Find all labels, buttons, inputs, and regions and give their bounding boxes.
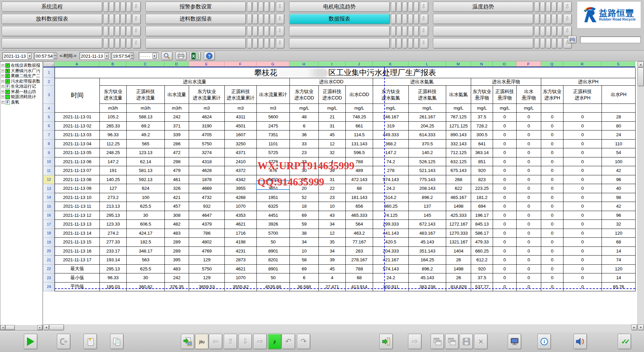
data-cell[interactable]: 0 [563,238,602,247]
data-cell[interactable]: 932 [189,202,225,211]
nav-segment[interactable] [247,26,252,36]
import-data-button[interactable] [379,334,393,349]
data-cell[interactable]: 1878 [189,175,225,184]
tree-item[interactable]: +能源消耗统计 [1,94,42,100]
data-cell[interactable]: 4535.88 [257,282,290,291]
data-cell[interactable]: 127 [100,184,127,193]
data-cell[interactable]: 425.333 [446,211,471,220]
data-cell[interactable]: 42 [602,202,636,211]
row-header-14[interactable]: 14 [43,193,55,202]
data-cell[interactable]: 0 [541,256,563,265]
data-cell[interactable]: 395 [165,256,189,265]
data-cell[interactable]: 641 [471,139,493,148]
data-cell[interactable]: 204.25 [409,121,446,130]
data-cell[interactable]: 351.143 [409,246,446,256]
nav-button-r1c2[interactable]: 报警参数设置 [146,2,246,12]
data-cell[interactable]: 0 [517,139,541,148]
top-right-input[interactable] [580,36,641,43]
data-cell[interactable]: 483 [165,264,189,273]
data-cell[interactable]: 0 [541,211,563,220]
row-header-18[interactable]: 18 [43,229,55,238]
nav-segment[interactable] [540,2,545,12]
export-excel-button[interactable]: X [190,52,201,60]
scroll-right-icon[interactable]: ► [37,325,42,330]
data-cell[interactable]: 145 [409,211,446,220]
data-cell[interactable]: 483.167 [409,229,446,238]
sound-button[interactable] [574,334,587,349]
data-cell[interactable]: 0 [517,282,541,291]
data-cell[interactable]: 748.25 [346,113,373,122]
run-button[interactable] [24,334,37,349]
data-cell[interactable]: 69 [290,264,319,273]
data-cell[interactable]: 4379 [189,220,225,229]
nav-segment[interactable] [546,14,551,24]
data-cell[interactable]: 45.143 [409,273,446,283]
data-cell[interactable]: 465.167 [446,193,471,202]
nav-down-arrow-button[interactable]: ⇩ [420,26,428,36]
data-cell[interactable]: 596.5 [346,148,373,157]
data-cell[interactable]: 4628 [189,166,225,175]
column-header-L[interactable]: L [408,61,446,67]
data-cell[interactable]: 0 [493,246,517,256]
scrollbar-thumb[interactable] [49,324,64,330]
data-cell[interactable]: 0 [541,148,563,157]
start-date-dropdown-icon[interactable]: ▼ [27,53,32,59]
data-cell[interactable]: 3274 [189,148,225,157]
data-cell[interactable]: 592.13 [127,175,165,184]
data-cell[interactable]: 58 [290,256,319,265]
data-cell[interactable]: 348.17 [127,246,165,256]
time-cell[interactable]: 2021-11-13 14 [55,229,100,238]
scrollbar-thumb[interactable] [638,67,644,86]
row-header-21[interactable]: 21 [43,256,55,265]
nav-segment[interactable] [557,26,562,36]
data-cell[interactable]: 48 [290,113,319,122]
nav-segment[interactable] [557,38,562,49]
data-cell[interactable]: 278.167 [346,256,373,265]
data-cell[interactable]: 0 [563,139,602,148]
data-cell[interactable]: 18 [290,202,319,211]
data-cell[interactable]: 298 [165,157,189,166]
data-cell[interactable]: 50 [257,238,290,247]
data-cell[interactable]: 4624 [189,113,225,122]
data-cell[interactable]: 0 [493,229,517,238]
data-cell[interactable]: 55 [290,175,319,184]
jl-button[interactable]: jl [268,334,281,349]
row-header-5[interactable]: 5 [43,113,55,122]
nav-segment[interactable] [121,26,126,36]
data-cell[interactable]: 23 [290,148,319,157]
data-cell[interactable]: 265.33 [100,121,127,130]
nav-down-arrow-button[interactable]: ⇩ [276,14,284,24]
data-cell[interactable]: 3926 [257,220,290,229]
nav-segment[interactable] [534,26,540,36]
data-cell[interactable]: 120 [602,229,636,238]
column-header-I[interactable]: I [318,61,345,67]
nav-segment[interactable] [414,2,419,12]
nav-segment[interactable] [391,2,396,12]
data-cell[interactable]: 0 [517,175,541,184]
data-cell[interactable]: 0 [517,166,541,175]
data-cell[interactable]: 0 [517,273,541,283]
nav-segment[interactable] [546,2,551,12]
redo-button[interactable]: ↷ [297,334,310,349]
print-button[interactable] [176,52,187,60]
data-cell[interactable]: 0 [517,246,541,256]
nav-button-r2c1[interactable]: 放料数据报表 [2,14,102,24]
data-cell[interactable]: 34 [319,220,346,229]
nav-segment[interactable] [540,38,545,49]
data-cell[interactable]: 0 [541,273,563,283]
nav-segment[interactable] [247,38,252,49]
data-cell[interactable]: 21 [319,113,346,122]
nav-segment[interactable] [264,14,269,24]
nav-segment[interactable] [397,26,402,36]
time-cell[interactable]: 2021-11-13 13 [55,220,100,229]
nav-segment[interactable] [126,14,131,24]
data-cell[interactable]: 479.33 [471,238,493,247]
nav-down-arrow-button[interactable]: ⇩ [420,14,428,24]
data-cell[interactable]: 526.125 [409,157,446,166]
data-cell[interactable]: 1070 [225,273,257,283]
data-cell[interactable]: 295.13 [100,211,127,220]
tool-button[interactable] [57,334,70,349]
column-header-O[interactable]: O [493,61,516,67]
data-cell[interactable]: 0 [517,256,541,265]
data-cell[interactable]: 0 [563,166,602,175]
